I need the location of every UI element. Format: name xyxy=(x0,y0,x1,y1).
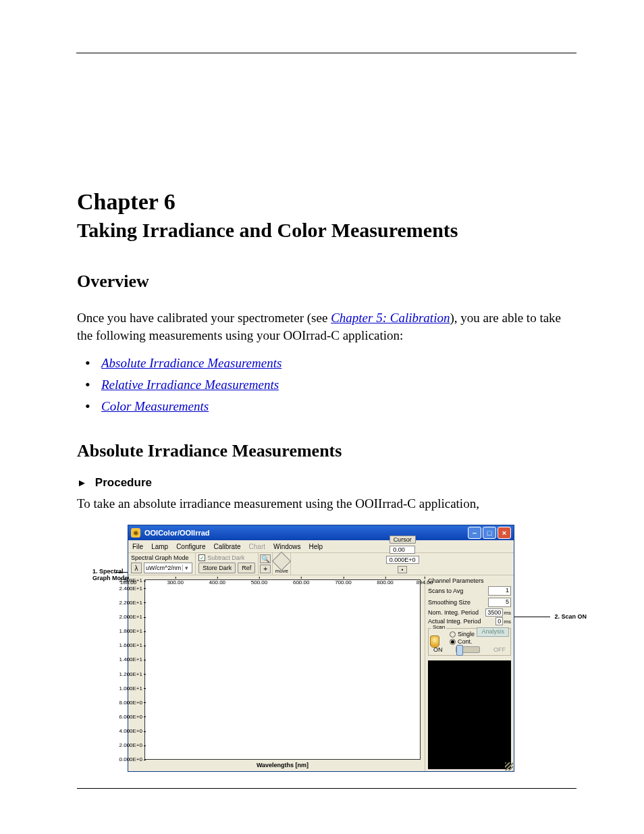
channel-parameters-panel: Channel Parameters Scans to Avg1 Smoothi… xyxy=(425,575,514,771)
cont-radio[interactable] xyxy=(450,639,456,645)
x-tick: 400.00 xyxy=(209,579,225,585)
chapter-number: Chapter 6 xyxy=(77,189,576,215)
document-body: Chapter 6 Taking Irradiance and Color Me… xyxy=(77,189,576,523)
actual-integ-field: 0 xyxy=(495,617,503,625)
intro-prefix: Once you have calibrated your spectromet… xyxy=(77,311,331,325)
list-item: Absolute Irradiance Measurements xyxy=(101,356,576,371)
off-label: OFF xyxy=(493,646,506,653)
close-button[interactable]: × xyxy=(498,527,511,539)
ref-button[interactable]: Ref xyxy=(238,563,255,573)
smoothing-field[interactable]: 5 xyxy=(488,598,511,607)
panel-title: Channel Parameters xyxy=(428,577,511,584)
x-tick: 500.00 xyxy=(251,579,267,585)
x-tick: 800.00 xyxy=(377,579,393,585)
cursor-style-icon[interactable]: ▪ xyxy=(398,566,407,573)
procedure-label: Procedure xyxy=(95,476,152,490)
plot-area: uW/cm^2/nm 0.000E+02.000E+04.000E+06.000… xyxy=(128,575,425,771)
preview-box xyxy=(428,660,511,769)
y-tick: 1.800E+1 xyxy=(119,628,142,634)
y-tick: 8.000E+0 xyxy=(119,700,142,706)
overview-heading: Overview xyxy=(77,271,576,292)
chevron-down-icon: ▾ xyxy=(182,565,190,571)
app-window: ✺ OOIColor/OOIIrrad – □ × File Lamp Conf… xyxy=(128,525,514,772)
procedure-text: To take an absolute irradiance measureme… xyxy=(77,496,576,511)
lamp-icon xyxy=(430,635,439,648)
x-tick: 894.00 xyxy=(417,579,433,585)
graph-mode-dropdown[interactable]: uW/cm^2/nm ▾ xyxy=(144,563,192,573)
menu-configure[interactable]: Configure xyxy=(176,543,205,550)
titlebar[interactable]: ✺ OOIColor/OOIIrrad – □ × xyxy=(128,525,514,540)
nom-integ-label: Nom. Integ. Period xyxy=(428,609,479,616)
resize-handle[interactable] xyxy=(505,762,513,771)
link-relative-irradiance[interactable]: Relative Irradiance Measurements xyxy=(101,377,279,392)
chapter-title: Taking Irradiance and Color Measurements xyxy=(77,219,576,242)
scans-to-avg-label: Scans to Avg xyxy=(428,588,463,594)
menu-chart: Chart xyxy=(249,543,265,550)
y-tick: 4.000E+0 xyxy=(119,728,142,734)
callout-line xyxy=(115,572,128,573)
maximize-button[interactable]: □ xyxy=(483,527,496,539)
x-ticks: 188.00300.00400.00500.00600.00700.00800.… xyxy=(128,579,425,589)
menu-calibrate[interactable]: Calibrate xyxy=(214,543,241,550)
y-tick: 1.000E+1 xyxy=(119,685,142,692)
y-tick: 6.000E+0 xyxy=(119,714,142,720)
procedure-row: ► Procedure xyxy=(77,476,576,490)
subtract-dark-checkbox[interactable]: ✓ xyxy=(198,554,205,561)
section-heading: Absolute Irradiance Measurements xyxy=(77,441,576,461)
menu-file[interactable]: File xyxy=(132,543,143,550)
scan-legend: Scan xyxy=(431,624,446,630)
store-dark-button[interactable]: Store Dark xyxy=(198,563,236,573)
x-tick: 700.00 xyxy=(335,579,351,585)
minimize-button[interactable]: – xyxy=(468,527,481,539)
page-rule-top xyxy=(76,53,576,53)
menu-lamp[interactable]: Lamp xyxy=(151,543,168,550)
y-tick: 1.200E+1 xyxy=(119,671,142,677)
x-tick: 188.00 xyxy=(120,579,136,585)
menu-windows[interactable]: Windows xyxy=(273,543,301,550)
measurement-list: Absolute Irradiance Measurements Relativ… xyxy=(77,356,576,414)
smoothing-label: Smoothing Size xyxy=(428,599,471,606)
callout-right: 2. Scan ON xyxy=(554,613,587,620)
toolbar: Spectral Graph Mode λ uW/cm^2/nm ▾ ✓Subt… xyxy=(128,552,514,575)
y-tick: 1.600E+1 xyxy=(119,642,142,648)
cursor-button[interactable]: Cursor xyxy=(390,536,416,544)
scans-to-avg-field[interactable]: 1 xyxy=(488,586,511,596)
menubar: File Lamp Configure Calibrate Chart Wind… xyxy=(128,540,514,552)
y-tick: 0.000E+0 xyxy=(119,756,142,762)
x-tick: 300.00 xyxy=(167,579,183,585)
menu-help[interactable]: Help xyxy=(309,543,323,550)
plot-canvas[interactable]: 0.000E+02.000E+04.000E+06.000E+08.000E+0… xyxy=(144,579,421,760)
analysis-button[interactable]: Analysis xyxy=(477,627,509,637)
y-tick: 1.400E+1 xyxy=(119,656,142,662)
page-rule-bottom xyxy=(77,788,576,789)
x-tick: 600.00 xyxy=(293,579,309,585)
calibration-link[interactable]: Chapter 5: Calibration xyxy=(331,311,450,325)
single-radio[interactable] xyxy=(450,631,456,637)
x-axis-label: Wavelengths [nm] xyxy=(144,761,421,768)
link-absolute-irradiance[interactable]: Absolute Irradiance Measurements xyxy=(101,356,281,370)
window-title: OOIColor/OOIIrrad xyxy=(144,529,468,537)
scan-toggle[interactable] xyxy=(456,646,480,653)
link-color-measurements[interactable]: Color Measurements xyxy=(101,399,209,413)
nom-integ-field[interactable]: 3500 xyxy=(485,608,503,617)
zoom-icon[interactable]: 🔍 xyxy=(260,554,271,563)
list-item: Relative Irradiance Measurements xyxy=(101,377,576,392)
graph-mode-label: Spectral Graph Mode xyxy=(131,554,192,561)
arrow-icon: ► xyxy=(77,477,87,489)
crosshair-icon[interactable]: + xyxy=(260,565,271,573)
graph-mode-icon[interactable]: λ xyxy=(131,563,142,573)
cursor-x: 0.00 xyxy=(390,546,415,554)
app-icon: ✺ xyxy=(131,528,140,538)
cursor-y: 0.000E+0 xyxy=(386,556,419,564)
graph-mode-value: uW/cm^2/nm xyxy=(146,565,181,571)
subtract-dark-label: Subtract Dark xyxy=(207,554,244,561)
list-item: Color Measurements xyxy=(101,399,576,414)
y-tick: 2.000E+0 xyxy=(119,742,142,748)
intro-paragraph: Once you have calibrated your spectromet… xyxy=(77,309,576,344)
y-tick: 2.200E+1 xyxy=(119,600,142,606)
y-tick: 2.000E+1 xyxy=(119,614,142,620)
scan-group: Scan Analysis Single Cont. ON OFF xyxy=(428,628,511,656)
